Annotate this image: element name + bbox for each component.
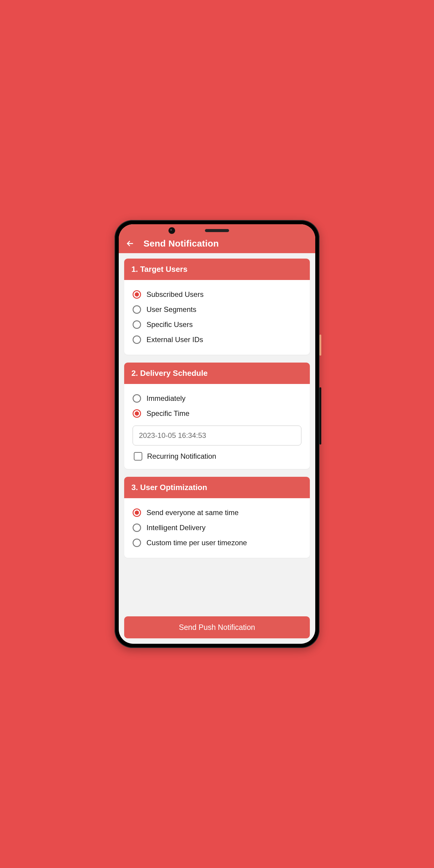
radio-label: Subscribed Users [147, 290, 204, 299]
phone-frame: Send Notification 1. Target Users Subscr… [115, 220, 319, 648]
radio-user-segments[interactable]: User Segments [133, 303, 301, 316]
radio-label: Specific Time [147, 409, 190, 418]
checkbox-label: Recurring Notification [147, 452, 216, 461]
radio-intelligent-delivery[interactable]: Intelligent Delivery [133, 521, 301, 534]
user-optimization-card: 3. User Optimization Send everyone at sa… [124, 477, 310, 558]
section-title: 1. Target Users [124, 258, 310, 280]
radio-label: Specific Users [147, 320, 193, 329]
radio-icon [133, 538, 141, 547]
card-body: Send everyone at same time Intelligent D… [124, 498, 310, 558]
app-bar: Send Notification [119, 224, 315, 253]
radio-icon [133, 320, 141, 329]
send-push-notification-button[interactable]: Send Push Notification [124, 616, 310, 638]
radio-specific-users[interactable]: Specific Users [133, 318, 301, 331]
radio-icon [133, 305, 141, 314]
phone-camera [168, 227, 175, 234]
phone-speaker [205, 229, 229, 232]
section-title: 3. User Optimization [124, 477, 310, 498]
phone-side-button [319, 387, 321, 444]
radio-icon [133, 394, 141, 403]
page-title: Send Notification [144, 239, 219, 249]
radio-icon [133, 524, 141, 532]
radio-external-user-ids[interactable]: External User IDs [133, 333, 301, 346]
radio-icon [133, 336, 141, 344]
radio-label: Custom time per user timezone [147, 538, 247, 547]
radio-label: Send everyone at same time [147, 508, 239, 517]
content-area[interactable]: 1. Target Users Subscribed Users User Se… [119, 253, 315, 644]
card-body: Immediately Specific Time Recurring Noti… [124, 384, 310, 469]
radio-label: Immediately [147, 394, 185, 403]
back-button[interactable] [124, 238, 136, 250]
radio-label: External User IDs [147, 336, 203, 344]
card-body: Subscribed Users User Segments Specific … [124, 280, 310, 355]
radio-specific-time[interactable]: Specific Time [133, 407, 301, 420]
phone-side-button [319, 335, 321, 355]
recurring-notification-checkbox[interactable]: Recurring Notification [133, 452, 301, 461]
delivery-schedule-card: 2. Delivery Schedule Immediately Specifi… [124, 363, 310, 469]
radio-label: User Segments [147, 305, 196, 314]
radio-icon [133, 409, 141, 418]
radio-immediately[interactable]: Immediately [133, 392, 301, 405]
radio-send-same-time[interactable]: Send everyone at same time [133, 506, 301, 519]
radio-icon [133, 290, 141, 299]
arrow-left-icon [126, 239, 134, 248]
phone-screen: Send Notification 1. Target Users Subscr… [119, 224, 315, 644]
checkbox-icon [134, 452, 142, 461]
radio-custom-timezone[interactable]: Custom time per user timezone [133, 536, 301, 550]
radio-subscribed-users[interactable]: Subscribed Users [133, 288, 301, 301]
radio-label: Intelligent Delivery [147, 524, 206, 532]
radio-icon [133, 508, 141, 517]
target-users-card: 1. Target Users Subscribed Users User Se… [124, 258, 310, 355]
section-title: 2. Delivery Schedule [124, 363, 310, 384]
datetime-input[interactable] [133, 426, 301, 445]
